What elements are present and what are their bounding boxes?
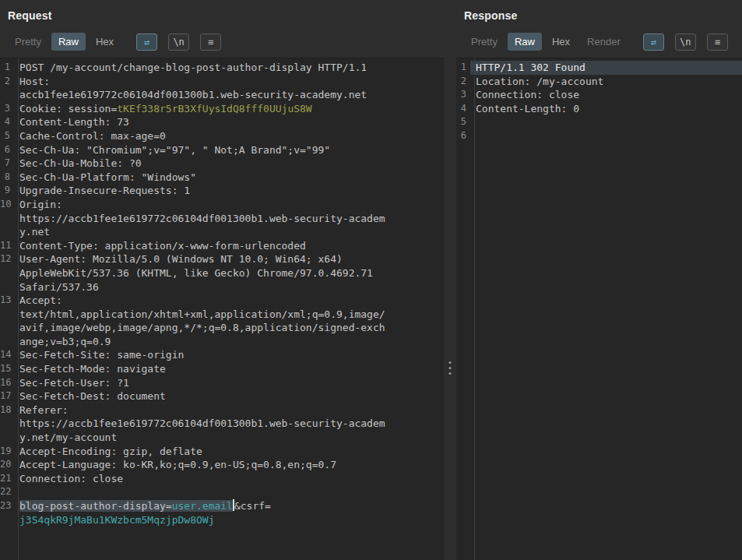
request-panel-title: Request [0, 0, 444, 26]
splitter-grip-icon[interactable] [448, 360, 453, 376]
line-number: 13 [0, 294, 14, 308]
request-editor[interactable]: 1POST /my-account/change-blog-post-autho… [0, 58, 444, 560]
line-number: 22 [0, 485, 14, 499]
line-number: 4 [456, 102, 470, 116]
editor-line[interactable]: 1HTTP/1.1 302 Found [456, 61, 742, 75]
editor-line[interactable]: 16Sec-Fetch-User: ?1 [0, 376, 444, 390]
editor-line[interactable]: 6 [456, 129, 742, 143]
editor-line[interactable]: 11Content-Type: application/x-www-form-u… [0, 239, 444, 253]
line-content: Accept-Language: ko-KR,ko;q=0.9,en-US;q=… [14, 458, 444, 472]
line-content: j3S4qkR9jMaBu1KWzbcm5MqzjpDw8OWj [14, 513, 444, 527]
newline-toggle-icon[interactable]: \n [168, 33, 189, 51]
line-number [0, 308, 14, 322]
line-number: 9 [0, 184, 14, 198]
editor-line[interactable]: Safari/537.36 [0, 280, 444, 294]
editor-line[interactable]: 3Cookie: session=tKEf338r5rB3XfUysIdQ8ff… [0, 102, 444, 116]
line-content: Sec-Ch-Ua-Platform: "Windows" [14, 171, 444, 185]
line-number: 3 [0, 102, 14, 116]
line-content [470, 115, 742, 129]
editor-line[interactable]: 14Sec-Fetch-Site: same-origin [0, 348, 444, 362]
editor-line[interactable]: 13Accept: [0, 294, 444, 308]
editor-line[interactable]: 17Sec-Fetch-Dest: document [0, 389, 444, 403]
response-tabbar: PrettyRawHexRender⇄\n≡ [456, 26, 742, 58]
line-content: Content-Length: 0 [470, 102, 742, 116]
editor-line[interactable]: 3Connection: close [456, 88, 742, 102]
editor-line[interactable]: 10Origin: [0, 198, 444, 212]
line-content: blog-post-author-display=user.email&csrf… [14, 499, 444, 513]
line-number: 6 [456, 129, 470, 143]
line-number [0, 417, 14, 431]
editor-line[interactable]: 6Sec-Ch-Ua: "Chromium";v="97", " Not;A B… [0, 143, 444, 157]
editor-line[interactable]: 9Upgrade-Insecure-Requests: 1 [0, 184, 444, 198]
editor-line[interactable]: y.net [0, 225, 444, 239]
response-tab-raw[interactable]: Raw [508, 33, 542, 51]
line-number: 21 [0, 472, 14, 486]
editor-line[interactable]: 2Host: [0, 75, 444, 89]
editor-line[interactable]: j3S4qkR9jMaBu1KWzbcm5MqzjpDw8OWj [0, 513, 444, 527]
line-content: Connection: close [470, 88, 742, 102]
editor-line[interactable]: y.net/my-account [0, 431, 444, 445]
line-content: Referer: [14, 403, 444, 417]
line-number: 23 [0, 499, 14, 513]
editor-line[interactable]: 2Location: /my-account [456, 75, 742, 89]
editor-line[interactable]: ange;v=b3;q=0.9 [0, 335, 444, 349]
editor-line[interactable]: 22 [0, 485, 444, 499]
editor-line[interactable]: 21Connection: close [0, 472, 444, 486]
line-content: Sec-Ch-Ua-Mobile: ?0 [14, 157, 444, 171]
editor-menu-icon[interactable]: ≡ [707, 33, 728, 51]
editor-line[interactable]: 4Content-Length: 0 [456, 102, 742, 116]
editor-line[interactable]: avif,image/webp,image/apng,*/*;q=0.8,app… [0, 321, 444, 335]
editor-line[interactable]: 7Sec-Ch-Ua-Mobile: ?0 [0, 157, 444, 171]
line-number: 8 [0, 171, 14, 185]
line-number: 12 [0, 252, 14, 266]
line-content: Connection: close [14, 472, 444, 486]
line-number: 7 [0, 157, 14, 171]
newline-toggle-icon[interactable]: \n [675, 33, 696, 51]
line-number [0, 431, 14, 445]
line-content: https://accb1fee1e619772c06104df001300b1… [14, 212, 444, 226]
request-tab-pretty[interactable]: Pretty [8, 33, 48, 51]
line-content: Location: /my-account [470, 75, 742, 89]
editor-line[interactable]: 23blog-post-author-display=user.email&cs… [0, 499, 444, 513]
wrap-lines-icon[interactable]: ⇄ [643, 33, 664, 51]
line-content [14, 485, 444, 499]
response-editor[interactable]: 1HTTP/1.1 302 Found2Location: /my-accoun… [456, 58, 742, 560]
editor-line[interactable]: text/html,application/xhtml+xml,applicat… [0, 308, 444, 322]
editor-line[interactable]: https://accb1fee1e619772c06104df001300b1… [0, 417, 444, 431]
editor-menu-icon[interactable]: ≡ [200, 33, 221, 51]
request-tab-hex[interactable]: Hex [89, 33, 121, 51]
line-number: 11 [0, 239, 14, 253]
editor-line[interactable]: 15Sec-Fetch-Mode: navigate [0, 362, 444, 376]
line-number [0, 212, 14, 226]
line-content: Sec-Fetch-Mode: navigate [14, 362, 444, 376]
line-content: POST /my-account/change-blog-post-author… [14, 61, 444, 75]
editor-line[interactable]: 19Accept-Encoding: gzip, deflate [0, 445, 444, 459]
line-content: Origin: [14, 198, 444, 212]
request-tab-raw[interactable]: Raw [51, 33, 86, 51]
line-content: avif,image/webp,image/apng,*/*;q=0.8,app… [14, 321, 444, 335]
response-tab-hex[interactable]: Hex [545, 33, 577, 51]
panel-splitter[interactable] [444, 0, 456, 560]
editor-line[interactable]: 12User-Agent: Mozilla/5.0 (Windows NT 10… [0, 252, 444, 266]
editor-line[interactable]: https://accb1fee1e619772c06104df001300b1… [0, 212, 444, 226]
editor-line[interactable]: 20Accept-Language: ko-KR,ko;q=0.9,en-US;… [0, 458, 444, 472]
editor-line[interactable]: 5 [456, 115, 742, 129]
line-content: AppleWebKit/537.36 (KHTML, like Gecko) C… [14, 266, 444, 280]
wrap-lines-icon[interactable]: ⇄ [136, 33, 157, 51]
line-content: y.net/my-account [14, 431, 444, 445]
editor-line[interactable]: 8Sec-Ch-Ua-Platform: "Windows" [0, 171, 444, 185]
line-content: Host: [14, 75, 444, 89]
response-tab-render[interactable]: Render [580, 33, 628, 51]
line-content: accb1fee1e619772c06104df001300b1.web-sec… [14, 88, 444, 102]
editor-line[interactable]: 5Cache-Control: max-age=0 [0, 129, 444, 143]
editor-line[interactable]: 18Referer: [0, 403, 444, 417]
line-content: User-Agent: Mozilla/5.0 (Windows NT 10.0… [14, 252, 444, 266]
response-tab-pretty[interactable]: Pretty [464, 33, 505, 51]
editor-line[interactable]: accb1fee1e619772c06104df001300b1.web-sec… [0, 88, 444, 102]
editor-line[interactable]: 4Content-Length: 73 [0, 115, 444, 129]
line-number: 1 [456, 61, 470, 75]
line-content: y.net [14, 225, 444, 239]
editor-line[interactable]: 1POST /my-account/change-blog-post-autho… [0, 61, 444, 75]
request-toolbar: ⇄\n≡ [136, 33, 221, 51]
editor-line[interactable]: AppleWebKit/537.36 (KHTML, like Gecko) C… [0, 266, 444, 280]
